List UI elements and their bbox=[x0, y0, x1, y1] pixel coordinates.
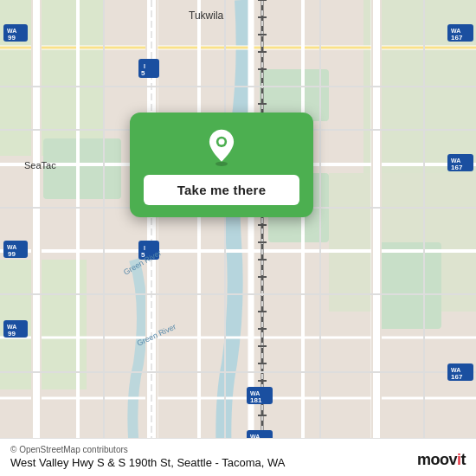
svg-text:I: I bbox=[144, 245, 145, 251]
svg-rect-8 bbox=[372, 242, 441, 329]
copyright-text: © OpenStreetMap contributors bbox=[10, 445, 466, 454]
svg-text:WA: WA bbox=[250, 390, 260, 396]
svg-point-102 bbox=[215, 162, 228, 166]
svg-point-104 bbox=[218, 138, 224, 145]
svg-text:167: 167 bbox=[451, 34, 463, 42]
bottom-bar: © OpenStreetMap contributors West Valley… bbox=[0, 438, 476, 476]
address-text: West Valley Hwy S & S 190th St, Seattle … bbox=[10, 456, 466, 469]
svg-text:181: 181 bbox=[250, 396, 262, 404]
svg-text:Tukwila: Tukwila bbox=[189, 10, 224, 22]
svg-text:WA: WA bbox=[451, 28, 460, 34]
svg-text:5: 5 bbox=[141, 69, 145, 77]
svg-text:I: I bbox=[144, 63, 145, 69]
svg-text:99: 99 bbox=[8, 330, 16, 338]
svg-text:WA: WA bbox=[451, 367, 460, 373]
svg-text:99: 99 bbox=[8, 250, 16, 258]
moovit-logo: moovit bbox=[417, 451, 466, 469]
map-background: Tukwila SeaTac WA 99 WA 167 I 5 WA 167 I… bbox=[0, 0, 476, 476]
map-container: Tukwila SeaTac WA 99 WA 167 I 5 WA 167 I… bbox=[0, 0, 476, 476]
svg-text:WA: WA bbox=[7, 324, 16, 330]
svg-rect-1 bbox=[0, 0, 104, 156]
svg-text:SeaTac: SeaTac bbox=[24, 160, 56, 170]
address-line1: West Valley Hwy S & S 190th St, Seattle … bbox=[10, 456, 264, 469]
svg-text:167: 167 bbox=[451, 373, 463, 381]
svg-text:99: 99 bbox=[8, 34, 16, 42]
location-pin-icon bbox=[203, 128, 241, 166]
svg-text:167: 167 bbox=[451, 164, 463, 171]
take-me-there-button[interactable]: Take me there bbox=[144, 175, 299, 205]
svg-text:WA: WA bbox=[7, 28, 16, 34]
svg-text:WA: WA bbox=[451, 158, 460, 164]
address-line2: WA bbox=[267, 456, 285, 469]
svg-text:WA: WA bbox=[7, 244, 16, 250]
moovit-dot-letter: i bbox=[457, 451, 461, 468]
popup-card: Take me there bbox=[130, 113, 313, 217]
